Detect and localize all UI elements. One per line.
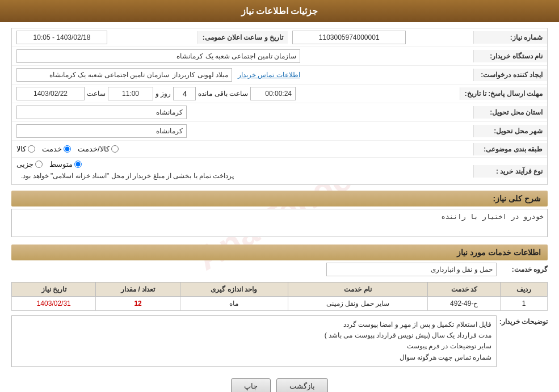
cell-need-date: 1403/02/31 [12, 297, 96, 311]
row-city: شهر محل تحویل: [12, 122, 547, 141]
city-input[interactable] [16, 124, 187, 138]
row-deadline: مهلت ارسال پاسخ: تا تاریخ: ساعت باقی مان… [12, 85, 547, 103]
print-button[interactable]: چاپ [231, 378, 271, 392]
row-process-type: نوع فرآیند خرید : متوسط جزیی پرداخت ت [12, 158, 547, 184]
buyer-desc-section: توضیحات خریدار: فایل استعلام تکمیل و پس … [11, 315, 548, 367]
process-type-radio-group: متوسط جزیی [16, 160, 82, 168]
category-label: طبقه بندی موضوعی: [473, 143, 547, 155]
announce-datetime-label: تاریخ و ساعت اعلان عمومی: [197, 31, 288, 44]
countdown-input[interactable] [250, 87, 296, 100]
time-label: ساعت [87, 90, 106, 98]
service-group-value [11, 263, 497, 276]
row-requester-org: نام دستگاه خریدار: [12, 47, 547, 66]
time-input[interactable] [108, 87, 153, 100]
col-service-name: نام خدمت [288, 283, 428, 297]
deadline-label: مهلت ارسال پاسخ: تا تاریخ: [460, 87, 547, 100]
row-need-number: شماره نیاز: تاریخ و ساعت اعلان عمومی: [12, 28, 547, 47]
cell-row-num: 1 [501, 297, 548, 311]
process-type-option-motavaset[interactable]: متوسط [49, 160, 82, 168]
col-service-code: کد خدمت [428, 283, 501, 297]
cell-service-name: سایر حمل ونقل زمینی [288, 297, 428, 311]
general-desc-header: شرح کلی نیاز: [11, 191, 548, 206]
province-input[interactable] [16, 106, 187, 119]
announce-datetime-input[interactable] [16, 31, 107, 44]
process-type-option-jozi[interactable]: جزیی [16, 160, 43, 168]
table-header: ردیف کد خدمت نام خدمت واحد اندازه گیری ت… [12, 283, 548, 297]
service-group-row: گروه خدمت: [11, 263, 548, 276]
creator-input[interactable] [16, 68, 232, 82]
process-type-note: پرداخت تمام یا بخشی از مبلغ خریدار از مح… [16, 170, 238, 182]
category-option-kala-khedmat[interactable]: کالا/خدمت [78, 145, 119, 153]
back-button[interactable]: بازگشت [276, 378, 328, 392]
requester-org-label: نام دستگاه خریدار: [473, 50, 547, 62]
general-desc-area: خودرو در اختیار با راننده [11, 209, 548, 239]
category-option-khedmat[interactable]: خدمت [42, 145, 71, 153]
countdown-label: ساعت باقی مانده [198, 90, 248, 98]
col-quantity: تعداد / مقدار [96, 283, 180, 297]
buttons-row: بازگشت چاپ [11, 373, 548, 392]
row-province: استان محل تحویل: [12, 103, 547, 122]
need-number-label: شماره نیاز: [473, 31, 547, 44]
col-row-num: ردیف [501, 283, 548, 297]
table-row: 1 ح-49-492 سایر حمل ونقل زمینی ماه 12 14… [12, 297, 548, 311]
info-section: شماره نیاز: تاریخ و ساعت اعلان عمومی: نا… [11, 28, 548, 185]
buyer-desc-content: فایل استعلام تکمیل و پس از مهر و امضا پی… [11, 315, 497, 367]
general-desc-input[interactable]: خودرو در اختیار با راننده [11, 209, 548, 237]
need-number-input[interactable] [292, 31, 406, 44]
cell-unit: ماه [180, 297, 288, 311]
col-unit: واحد اندازه گیری [180, 283, 288, 297]
page-header: جزئیات اطلاعات نیاز [0, 0, 559, 22]
days-input[interactable] [173, 87, 196, 100]
cell-service-code: ح-49-492 [428, 297, 501, 311]
cell-quantity: 12 [96, 297, 180, 311]
days-label: روز و [155, 90, 171, 98]
creator-label: ایجاد کننده درخواست: [473, 69, 547, 81]
contact-link[interactable]: اطلاعات تماس خریدار [238, 71, 300, 79]
table-body: 1 ح-49-492 سایر حمل ونقل زمینی ماه 12 14… [12, 297, 548, 311]
col-need-date: تاریخ نیاز [12, 283, 96, 297]
service-table: ردیف کد خدمت نام خدمت واحد اندازه گیری ت… [11, 282, 548, 311]
category-radio-group: کالا/خدمت خدمت کالا [16, 145, 119, 153]
service-group-section: گروه خدمت: [11, 263, 548, 276]
row-category: طبقه بندی موضوعی: کالا/خدمت خدمت [12, 141, 547, 158]
row-creator: ایجاد کننده درخواست: اطلاعات تماس خریدار [12, 66, 547, 85]
buyer-desc-label: توضیحات خریدار: [497, 315, 548, 326]
process-type-label: نوع فرآیند خرید : [473, 165, 547, 178]
service-group-label: گروه خدمت: [497, 265, 548, 273]
requester-org-input[interactable] [16, 49, 300, 63]
service-group-input[interactable] [326, 263, 497, 276]
city-label: شهر محل تحویل: [473, 125, 547, 137]
category-option-kala[interactable]: کالا [16, 145, 35, 153]
province-label: استان محل تحویل: [473, 106, 547, 119]
date-input[interactable] [16, 87, 85, 100]
service-section-header: اطلاعات خدمات مورد نیاز [11, 245, 548, 260]
